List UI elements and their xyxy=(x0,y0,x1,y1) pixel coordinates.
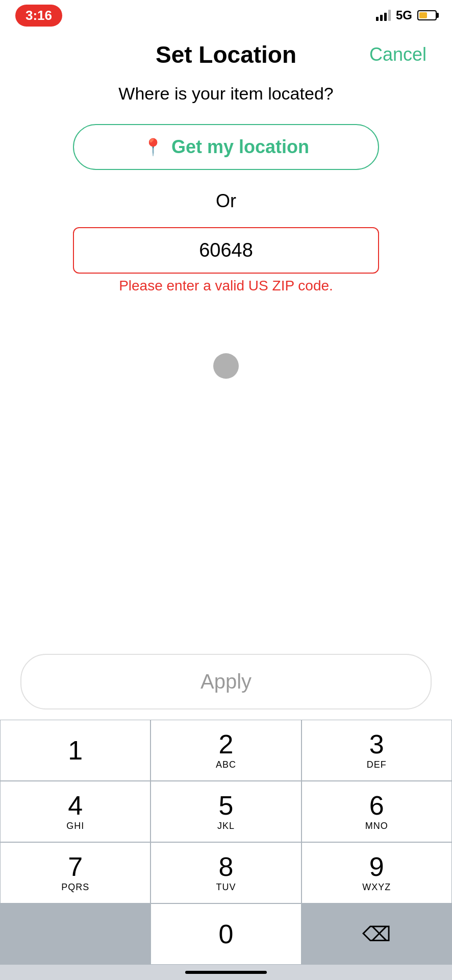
apply-button-container: Apply xyxy=(0,644,452,720)
empty-key xyxy=(0,903,150,965)
key-5[interactable]: 5JKL xyxy=(150,781,301,842)
apply-button[interactable]: Apply xyxy=(20,654,432,709)
zip-input[interactable] xyxy=(73,227,379,274)
content-area: Set Location Cancel Where is your item l… xyxy=(0,31,452,644)
zip-input-container: Please enter a valid US ZIP code. xyxy=(73,227,379,294)
key-letters-label: WXYZ xyxy=(362,882,391,893)
key-number-label: 1 xyxy=(68,737,83,764)
key-1[interactable]: 1 xyxy=(0,720,150,781)
get-location-button[interactable]: 📍 Get my location xyxy=(73,124,379,170)
key-number-label: 2 xyxy=(219,731,234,757)
key-4[interactable]: 4GHI xyxy=(0,781,150,842)
key-letters-label: ABC xyxy=(216,760,236,770)
key-7[interactable]: 7PQRS xyxy=(0,842,150,903)
key-9[interactable]: 9WXYZ xyxy=(302,842,452,903)
battery-fill xyxy=(419,12,427,18)
status-bar: 3:16 5G xyxy=(0,0,452,31)
location-pin-icon: 📍 xyxy=(143,137,163,157)
network-label: 5G xyxy=(396,8,412,22)
cancel-button[interactable]: Cancel xyxy=(369,44,426,65)
or-divider: Or xyxy=(26,190,426,212)
keyboard-row: 0⌫ xyxy=(0,903,452,965)
key-2[interactable]: 2ABC xyxy=(150,720,301,781)
key-number-label: 7 xyxy=(68,853,83,880)
key-number-label: 4 xyxy=(68,792,83,819)
key-number-label: 8 xyxy=(219,853,234,880)
key-0[interactable]: 0 xyxy=(150,903,301,965)
signal-bar-3 xyxy=(384,13,387,21)
key-letters-label: TUV xyxy=(216,882,236,893)
header-row: Set Location Cancel xyxy=(26,41,426,68)
status-right: 5G xyxy=(376,8,437,22)
battery-icon xyxy=(417,10,437,20)
key-letters-label: GHI xyxy=(66,821,84,831)
touch-indicator xyxy=(213,353,239,379)
keyboard-row: 4GHI5JKL6MNO xyxy=(0,781,452,842)
keyboard-row: 7PQRS8TUV9WXYZ xyxy=(0,842,452,903)
status-time: 3:16 xyxy=(15,5,62,27)
signal-bar-2 xyxy=(380,15,383,21)
home-indicator xyxy=(0,965,452,980)
key-6[interactable]: 6MNO xyxy=(302,781,452,842)
signal-bars-icon xyxy=(376,10,391,21)
delete-icon: ⌫ xyxy=(362,922,391,946)
delete-key[interactable]: ⌫ xyxy=(302,903,452,965)
key-number-label: 0 xyxy=(219,921,234,947)
key-number-label: 3 xyxy=(369,731,384,757)
key-letters-label: JKL xyxy=(217,821,235,831)
home-bar xyxy=(185,971,267,974)
key-letters-label: MNO xyxy=(365,821,388,831)
key-letters-label: PQRS xyxy=(61,882,89,893)
key-number-label: 9 xyxy=(369,853,384,880)
location-button-label: Get my location xyxy=(171,136,309,158)
key-number-label: 5 xyxy=(219,792,234,819)
key-3[interactable]: 3DEF xyxy=(302,720,452,781)
page-title: Set Location xyxy=(156,41,296,68)
subtitle: Where is your item located? xyxy=(26,84,426,104)
key-number-label: 6 xyxy=(369,792,384,819)
key-letters-label: DEF xyxy=(367,760,387,770)
key-8[interactable]: 8TUV xyxy=(150,842,301,903)
signal-bar-4 xyxy=(388,10,391,21)
keyboard-row: 12ABC3DEF xyxy=(0,720,452,781)
signal-bar-1 xyxy=(376,17,379,21)
numeric-keyboard: 12ABC3DEF4GHI5JKL6MNO7PQRS8TUV9WXYZ0⌫ xyxy=(0,720,452,965)
zip-error-message: Please enter a valid US ZIP code. xyxy=(73,278,379,294)
